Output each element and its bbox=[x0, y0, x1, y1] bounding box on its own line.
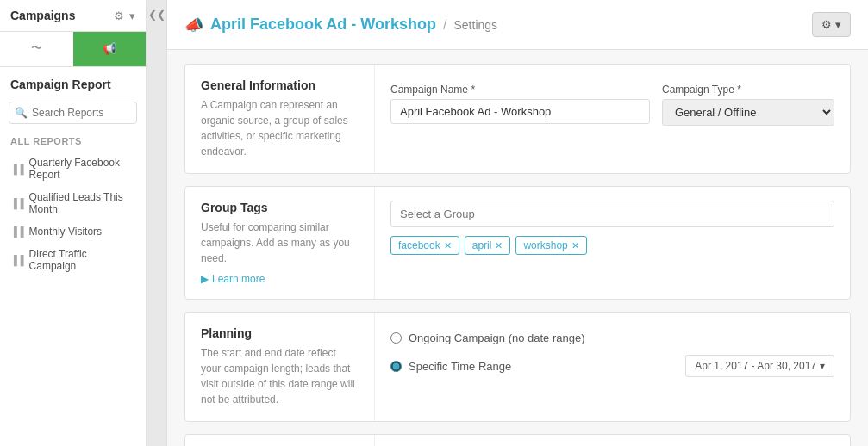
tag-remove-button[interactable]: ✕ bbox=[571, 240, 579, 251]
report-list-item[interactable]: ▐▐Direct Traffic Campaign bbox=[0, 243, 146, 277]
campaign-name-group: Campaign Name * bbox=[390, 84, 650, 126]
group-tag: april✕ bbox=[465, 236, 511, 255]
date-range-button[interactable]: Apr 1, 2017 - Apr 30, 2017 ▾ bbox=[685, 355, 834, 377]
tag-remove-button[interactable]: ✕ bbox=[495, 240, 503, 251]
sidebar-title: Campaigns bbox=[10, 9, 75, 22]
planning-right: Ongoing Campaign (no date range) Specifi… bbox=[375, 313, 850, 421]
report-item-label: Monthly Visitors bbox=[29, 226, 102, 238]
page-title: April Facebook Ad - Workshop bbox=[210, 15, 436, 34]
report-list-item[interactable]: ▐▐Qualified Leads This Month bbox=[0, 186, 146, 220]
search-icon: 🔍 bbox=[15, 107, 28, 119]
planning-title: Planning bbox=[201, 326, 359, 340]
tag-label: facebook bbox=[398, 239, 440, 251]
general-info-desc: A Campaign can represent an organic sour… bbox=[201, 97, 359, 159]
report-item-label: Qualified Leads This Month bbox=[29, 191, 135, 215]
page-header: 📣 April Facebook Ad - Workshop / Setting… bbox=[167, 0, 868, 50]
ongoing-label: Ongoing Campaign (no date range) bbox=[409, 331, 585, 344]
chart-icon: 〜 bbox=[31, 40, 42, 56]
search-box: 🔍 bbox=[9, 102, 137, 124]
report-bar-icon: ▐▐ bbox=[10, 164, 24, 174]
general-info-fields: Campaign Name * Campaign Type * General … bbox=[390, 84, 834, 126]
settings-button[interactable]: ⚙ ▾ bbox=[812, 12, 851, 37]
planning-desc: The start and end date reflect your camp… bbox=[201, 345, 359, 407]
planning-left: Planning The start and end date reflect … bbox=[185, 313, 375, 421]
planning-option-specific: Specific Time Range Apr 1, 2017 - Apr 30… bbox=[390, 350, 834, 382]
planning-section: Planning The start and end date reflect … bbox=[184, 312, 851, 422]
tag-label: workshop bbox=[523, 239, 567, 251]
report-list: ▐▐Quarterly Facebook Report▐▐Qualified L… bbox=[0, 152, 146, 277]
specific-time-radio[interactable] bbox=[390, 361, 402, 372]
learn-more-link[interactable]: ▶ Learn more bbox=[201, 273, 359, 285]
group-tag: facebook✕ bbox=[390, 236, 459, 255]
campaign-type-select[interactable]: General / Offline Email Social Paid Sear… bbox=[662, 99, 834, 126]
chevron-down-icon: ▾ bbox=[820, 360, 825, 372]
costs-goal-left: Costs & Goal Great for estimating the su… bbox=[185, 435, 375, 446]
specific-time-label: Specific Time Range bbox=[409, 360, 511, 373]
tag-label: april bbox=[472, 239, 492, 251]
group-tags-desc: Useful for comparing similar campaigns. … bbox=[201, 220, 359, 266]
campaign-report-label: Campaign Report bbox=[0, 67, 146, 96]
campaign-type-group: Campaign Type * General / Offline Email … bbox=[662, 84, 834, 126]
group-tags-left: Group Tags Useful for comparing similar … bbox=[185, 187, 375, 299]
campaign-type-label: Campaign Type * bbox=[662, 84, 834, 96]
report-item-label: Quarterly Facebook Report bbox=[29, 157, 135, 181]
sidebar-settings-icons[interactable]: ⚙ ▾ bbox=[114, 9, 135, 22]
group-tag-input[interactable] bbox=[390, 201, 834, 227]
sidebar: Campaigns ⚙ ▾ 〜 📢 Campaign Report 🔍 ALL … bbox=[0, 0, 147, 446]
chevron-down-icon[interactable]: ▾ bbox=[129, 9, 135, 22]
page-header-left: 📣 April Facebook Ad - Workshop / Setting… bbox=[184, 15, 497, 34]
tab-megaphone[interactable]: 📢 bbox=[73, 32, 147, 66]
collapse-button[interactable]: ❮❮ bbox=[147, 0, 167, 446]
chevron-down-icon: ▾ bbox=[835, 18, 841, 31]
gear-icon[interactable]: ⚙ bbox=[114, 9, 124, 22]
group-tags-title: Group Tags bbox=[201, 201, 359, 214]
gear-icon: ⚙ bbox=[821, 18, 832, 31]
campaign-name-label: Campaign Name * bbox=[390, 84, 650, 96]
sidebar-tabs: 〜 📢 bbox=[0, 32, 146, 67]
tags-container: facebook✕april✕workshop✕ bbox=[390, 236, 834, 255]
play-icon: ▶ bbox=[201, 273, 209, 285]
group-tags-right: facebook✕april✕workshop✕ bbox=[375, 187, 850, 299]
content-body: General Information A Campaign can repre… bbox=[167, 50, 868, 446]
tab-chart[interactable]: 〜 bbox=[0, 32, 73, 66]
all-reports-label: ALL REPORTS bbox=[0, 133, 146, 152]
sidebar-header: Campaigns ⚙ ▾ bbox=[0, 0, 146, 32]
title-separator: / bbox=[443, 17, 446, 33]
tag-remove-button[interactable]: ✕ bbox=[444, 240, 452, 251]
megaphone-icon: 📣 bbox=[184, 15, 203, 34]
report-list-item[interactable]: ▐▐Monthly Visitors bbox=[0, 220, 146, 243]
group-tags-section: Group Tags Useful for comparing similar … bbox=[184, 186, 851, 300]
planning-option-ongoing: Ongoing Campaign (no date range) bbox=[390, 326, 834, 350]
general-info-title: General Information bbox=[201, 78, 359, 92]
general-info-left: General Information A Campaign can repre… bbox=[185, 65, 375, 173]
campaign-name-input[interactable] bbox=[390, 99, 650, 124]
search-input[interactable] bbox=[9, 102, 137, 124]
general-info-right: Campaign Name * Campaign Type * General … bbox=[375, 65, 850, 173]
megaphone-tab-icon: 📢 bbox=[103, 42, 116, 55]
collapse-icon: ❮❮ bbox=[148, 9, 165, 21]
page-subtitle: Settings bbox=[453, 18, 497, 32]
report-bar-icon: ▐▐ bbox=[10, 198, 24, 208]
ongoing-radio[interactable] bbox=[390, 332, 402, 344]
group-tag: workshop✕ bbox=[515, 236, 586, 255]
costs-goal-right: Pricing Terms Specific Quantity CPM CPC … bbox=[375, 435, 850, 446]
costs-goal-section: Costs & Goal Great for estimating the su… bbox=[184, 434, 851, 446]
report-list-item[interactable]: ▐▐Quarterly Facebook Report bbox=[0, 152, 146, 186]
general-info-section: General Information A Campaign can repre… bbox=[184, 64, 851, 174]
report-bar-icon: ▐▐ bbox=[10, 226, 24, 237]
report-item-label: Direct Traffic Campaign bbox=[29, 248, 135, 272]
main-content: 📣 April Facebook Ad - Workshop / Setting… bbox=[167, 0, 868, 446]
report-bar-icon: ▐▐ bbox=[10, 255, 24, 265]
date-range-value: Apr 1, 2017 - Apr 30, 2017 bbox=[695, 360, 816, 372]
